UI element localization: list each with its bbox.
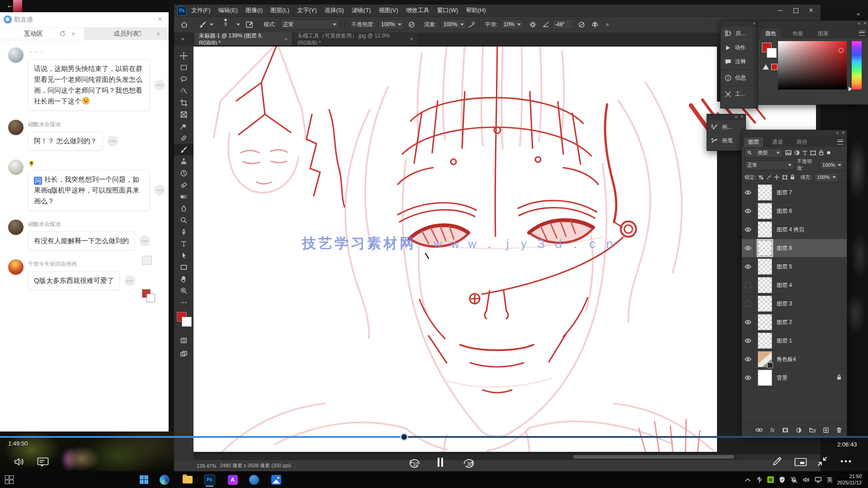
menu-filter[interactable]: 滤镜(T) [352,6,371,14]
brush-preset-icon[interactable] [199,17,213,32]
exit-fullscreen-icon[interactable] [816,455,828,467]
maximize-button[interactable] [789,5,802,16]
filter-smart-object-icon[interactable] [819,150,824,155]
menu-type[interactable]: 文字(Y) [297,6,316,14]
pencil-note-icon[interactable] [771,455,783,467]
tool-gradient[interactable] [174,191,193,202]
tab-overflow-icon[interactable]: » [177,33,189,45]
message-more-icon[interactable] [154,80,165,90]
tool-zoom[interactable] [174,285,193,296]
opacity-select[interactable]: 100% [378,17,404,32]
pause-button[interactable] [437,457,444,467]
close-icon[interactable]: × [741,114,743,119]
close-panel-icon[interactable]: × [842,130,844,135]
forward-30-button[interactable]: 30 [462,457,477,469]
tool-frame[interactable] [174,108,193,120]
layer-row-selected[interactable]: 图层 8 [742,239,847,258]
screen-mode-icon[interactable] [174,348,193,360]
brush-size-caret-icon[interactable] [234,17,240,32]
message-more-icon[interactable] [107,136,118,146]
visibility-eye-icon[interactable] [742,276,754,294]
message-bubble[interactable]: Q版太多东西就很难可爱了 [28,271,120,290]
panel-menu-icon[interactable] [859,31,865,36]
tool-eyedropper[interactable] [174,120,193,132]
airbrush-icon[interactable] [468,17,476,32]
lock-artboard-icon[interactable] [782,175,788,180]
status-expand-icon[interactable]: 〉 [295,462,300,469]
brushes-panel-button[interactable]: 画笔 [707,134,745,147]
filter-adjustment-icon[interactable] [794,150,800,155]
menu-plugins[interactable]: 增效工具 [406,6,429,14]
layer-row[interactable]: 图层 4 [742,276,847,295]
menu-select[interactable]: 选择(S) [324,6,344,14]
start-button[interactable] [138,474,150,485]
add-mask-icon[interactable] [782,427,788,433]
message-bubble[interactable]: 问社长，我突然想到一个问题，如果画q版机甲这种，可以按照面具来画么？ [28,170,150,211]
network-icon[interactable] [815,477,822,483]
menu-window[interactable]: 窗口(W) [437,6,458,14]
quick-mask-icon[interactable] [174,334,193,346]
panel-menu-icon[interactable] [837,140,843,145]
tool-clone-stamp[interactable] [174,155,193,167]
visibility-eye-icon[interactable] [742,183,754,202]
collapse-icon[interactable]: » [753,21,755,26]
design-app-icon[interactable]: A [227,474,238,485]
menu-image[interactable]: 图像(I) [245,6,263,14]
history-panel-button[interactable]: 历... [721,27,758,41]
photos-app-icon[interactable] [270,474,282,485]
nvidia-tray-icon[interactable] [767,476,774,483]
tool-rect-marquee[interactable] [174,61,193,73]
lock-position-icon[interactable] [774,174,779,180]
volume-icon[interactable] [14,456,25,467]
gamut-warning[interactable] [763,64,778,70]
message-bubble[interactable]: 阿！？ 怎么做到的？ [28,131,103,150]
layer-row[interactable]: 图层 6 [742,202,847,221]
tab-color[interactable]: 颜色 [761,28,781,38]
visibility-eye-icon[interactable] [742,350,754,368]
file-explorer-icon[interactable] [182,474,193,485]
zoom-level[interactable]: 139.47% [197,463,216,469]
tool-type[interactable] [174,238,193,249]
lock-transparency-icon[interactable] [759,175,764,180]
avatar[interactable] [8,47,24,63]
refresh-icon[interactable] [59,30,66,37]
adjustment-layer-icon[interactable] [796,427,802,433]
layer-row[interactable]: 图层 1 [742,332,847,350]
mic-muted-icon[interactable] [790,477,797,483]
collapse-all-icon[interactable]: « [857,11,860,17]
tool-rectangle[interactable] [174,261,193,273]
message-more-icon[interactable] [139,235,150,246]
close-button[interactable]: × [804,5,818,16]
doc-tab-close-icon[interactable]: × [410,36,413,42]
more-controls-icon[interactable] [840,460,852,463]
doc-tab-close-icon[interactable]: × [284,36,288,42]
flow-select[interactable]: 100% [441,17,467,32]
minimize-button[interactable] [774,5,787,16]
tool-dodge[interactable] [174,214,193,226]
brush-angle-value[interactable]: -48° [552,17,574,32]
filter-type-select[interactable]: 类型 [745,148,783,158]
tool-history-brush[interactable] [174,167,193,179]
visibility-eye-icon[interactable] [742,221,754,239]
filter-shape-icon[interactable] [810,150,816,155]
new-group-icon[interactable] [809,427,816,432]
progress-handle[interactable] [400,433,408,441]
toggle-brush-panel-icon[interactable] [245,17,254,32]
lock-pixels-icon[interactable] [766,175,771,180]
layer-row[interactable]: 图层 5 [742,258,847,276]
menu-view[interactable]: 视图(V) [378,6,398,14]
hue-slider-arrow[interactable] [849,87,852,91]
layer-row[interactable]: 图层 4 拷贝 [742,221,847,239]
corner-start-icon[interactable] [4,474,15,485]
filter-toggle-icon[interactable] [826,150,831,155]
document-tab-untitled[interactable]: 未标题-1 @ 139% (图层 8, RGB/8) * × [194,33,292,45]
brush-size-picker[interactable]: 9 [224,17,227,32]
options-overflow-icon[interactable]: » [606,17,609,32]
tool-hand[interactable] [174,273,193,285]
speaker-icon[interactable] [802,477,810,483]
saturation-brightness-field[interactable] [778,41,847,89]
usb-icon[interactable] [757,476,762,483]
menu-file[interactable]: 文件(F) [191,6,211,14]
close-panel-icon[interactable]: × [863,21,866,26]
tray-caret-icon[interactable] [745,471,750,488]
